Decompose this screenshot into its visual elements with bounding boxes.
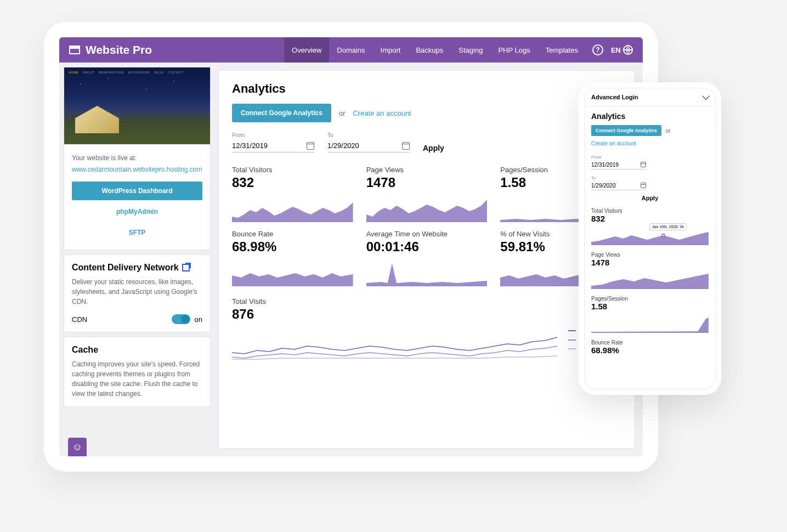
phone-date-to: To 1/29/2020 — [591, 172, 709, 190]
language-code: EN — [611, 46, 621, 54]
phone-create-link[interactable]: Create an account — [591, 140, 636, 146]
thumbnail-menu: HOMEABOUTRESERVATIONSEXCURSIONSBLOGCONTA… — [69, 71, 206, 74]
phone-connect-row: Connect Google Analytics or Create an ac… — [591, 125, 709, 146]
sidebar: HOMEABOUTRESERVATIONSEXCURSIONSBLOGCONTA… — [59, 63, 215, 456]
calendar-icon — [307, 142, 314, 150]
phone-body: Analytics Connect Google Analytics or Cr… — [585, 106, 715, 389]
metric-total-visitors: Total Visitors 832 — [232, 166, 353, 222]
analytics-panel: Analytics Connect Google Analytics or Cr… — [218, 70, 635, 449]
connect-analytics-button[interactable]: Connect Google Analytics — [232, 104, 331, 122]
site-actions: WordPress Dashboard phpMyAdmin SFTP — [64, 178, 210, 250]
connect-row: Connect Google Analytics or Create an ac… — [232, 104, 621, 122]
sftp-link[interactable]: SFTP — [72, 223, 202, 242]
metrics-grid: Total Visitors 832 Page Views 1478 Pages… — [232, 166, 621, 286]
language-selector[interactable]: EN — [611, 45, 633, 55]
nav-backups[interactable]: Backups — [408, 37, 451, 63]
calendar-icon — [402, 142, 410, 150]
window-icon — [69, 46, 80, 54]
calendar-icon — [641, 162, 646, 167]
site-info: Your website is live at: www.cedarmounta… — [64, 144, 210, 178]
phone-to-input[interactable]: 1/29/2020 — [591, 182, 646, 190]
total-visits-label: Total Visits — [232, 297, 621, 305]
cdn-toggle[interactable] — [172, 314, 190, 324]
app-window: Website Pro Overview Domains Import Back… — [59, 37, 643, 456]
help-icon[interactable]: ? — [592, 44, 603, 55]
chat-widget-icon[interactable]: ☺ — [68, 438, 87, 456]
date-to-label: To — [327, 132, 410, 138]
brand-title: Website Pro — [86, 43, 152, 56]
phone-sparkline-visitors: Jan 15th, 2020: 34 — [591, 225, 709, 245]
site-thumbnail[interactable]: HOMEABOUTRESERVATIONSEXCURSIONSBLOGCONTA… — [64, 67, 210, 144]
metric-page-views: Page Views 1478 — [366, 166, 488, 222]
phone-date-from: From 12/31/2019 — [591, 151, 709, 169]
nav-phplogs[interactable]: PHP Logs — [490, 37, 537, 63]
date-to-field: To 1/29/2020 — [327, 132, 410, 152]
phone-sparkline-session — [591, 313, 709, 333]
nav-right: ? EN — [592, 44, 633, 55]
total-visits-section: Total Visits 876 Total Visits New Visits… — [232, 297, 621, 365]
cdn-description: Deliver your static resources, like imag… — [72, 277, 202, 307]
phone-apply-button[interactable]: Apply — [591, 195, 709, 201]
wordpress-dashboard-button[interactable]: WordPress Dashboard — [72, 182, 202, 200]
phone-header[interactable]: Advanced Login — [585, 88, 715, 106]
svg-point-0 — [662, 234, 665, 237]
nav-import[interactable]: Import — [373, 37, 409, 63]
cdn-toggle-row: CDN on — [72, 314, 202, 324]
main-nav: Overview Domains Import Backups Staging … — [284, 37, 633, 63]
phone-metric-pages-session: Pages/Session 1.58 — [591, 296, 709, 333]
total-visits-chart — [232, 326, 557, 365]
nav-overview[interactable]: Overview — [284, 37, 329, 63]
date-from-field: From 12/31/2019 — [232, 132, 314, 152]
sparkline-avg-time — [366, 259, 488, 286]
nav-staging[interactable]: Staging — [451, 37, 490, 63]
cache-description: Caching improves your site's speed. Forc… — [72, 359, 202, 399]
phone-connect-button[interactable]: Connect Google Analytics — [591, 125, 661, 136]
metric-avg-time: Average Time on Website 00:01:46 — [366, 230, 488, 286]
live-at-label: Your website is live at: — [72, 154, 202, 162]
phone-app: Advanced Login Analytics Connect Google … — [584, 88, 716, 389]
phone-sparkline-pageviews — [591, 269, 709, 289]
apply-button[interactable]: Apply — [423, 144, 444, 152]
content: HOMEABOUTRESERVATIONSEXCURSIONSBLOGCONTA… — [59, 63, 643, 456]
phone-metric-bounce-rate: Bounce Rate 68.98% — [591, 339, 709, 355]
create-account-link[interactable]: Create an account — [353, 109, 411, 117]
phone-frame: Advanced Login Analytics Connect Google … — [579, 82, 721, 395]
brand: Website Pro — [69, 43, 152, 56]
sparkline-page-views — [366, 195, 488, 222]
or-text: or — [339, 109, 346, 117]
sparkline-bounce-rate — [232, 259, 353, 286]
phpmyadmin-link[interactable]: phpMyAdmin — [72, 202, 202, 221]
cache-title: Cache — [72, 345, 202, 355]
nav-domains[interactable]: Domains — [329, 37, 372, 63]
analytics-title: Analytics — [232, 82, 621, 96]
date-to-input[interactable]: 1/29/2020 — [327, 139, 410, 152]
chart-tooltip: Jan 15th, 2020: 34 — [649, 223, 687, 230]
cdn-toggle-label: CDN — [72, 315, 87, 324]
chevron-down-icon — [702, 92, 710, 100]
topbar: Website Pro Overview Domains Import Back… — [59, 37, 643, 63]
date-range-row: From 12/31/2019 To 1/29/2020 Apply — [232, 132, 621, 152]
phone-metric-total-visitors: Total Visitors 832 Jan 15th, 2020: 34 — [591, 208, 709, 245]
site-url-link[interactable]: www.cedarmountain.websitepro.hosting.com — [72, 166, 202, 173]
cache-card: Cache Caching improves your site's speed… — [64, 337, 211, 407]
cdn-title: Content Delivery Network — [72, 263, 202, 273]
cdn-card: Content Delivery Network Deliver your st… — [64, 254, 211, 332]
phone-metric-page-views: Page Views 1478 — [591, 252, 709, 289]
nav-templates[interactable]: Templates — [538, 37, 586, 63]
calendar-icon — [641, 183, 646, 188]
date-from-input[interactable]: 12/31/2019 — [232, 139, 314, 152]
phone-from-input[interactable]: 12/31/2019 — [591, 161, 646, 169]
external-link-icon[interactable] — [182, 264, 190, 271]
tablet-frame: Website Pro Overview Domains Import Back… — [44, 22, 658, 472]
site-card: HOMEABOUTRESERVATIONSEXCURSIONSBLOGCONTA… — [64, 67, 211, 250]
total-visits-value: 876 — [232, 307, 621, 322]
metric-bounce-rate: Bounce Rate 68.98% — [232, 230, 353, 286]
globe-icon — [623, 45, 633, 55]
cdn-toggle-state: on — [195, 315, 202, 324]
phone-analytics-title: Analytics — [591, 112, 709, 121]
date-from-label: From — [232, 132, 314, 138]
sparkline-total-visitors — [232, 195, 353, 222]
